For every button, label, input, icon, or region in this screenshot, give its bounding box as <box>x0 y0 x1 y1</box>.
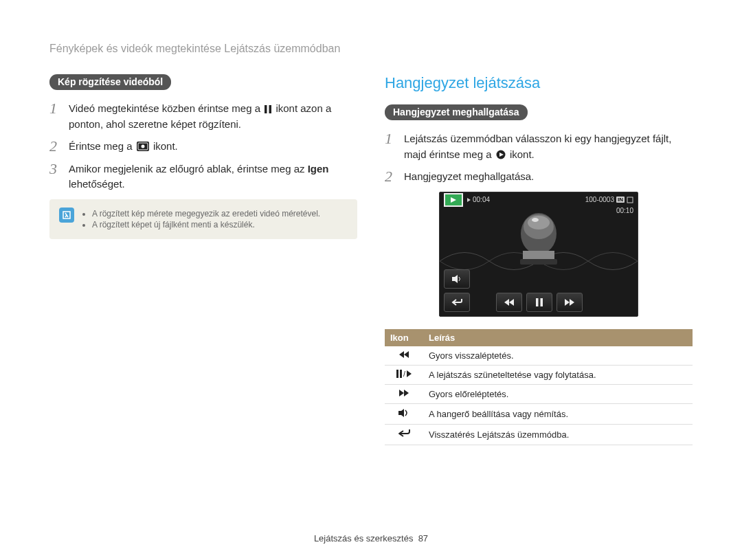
left-column: Kép rögzítése videóból 1 Videó megtekint… <box>49 74 357 445</box>
pause-play-icon: / <box>385 365 423 384</box>
storage-badge: IN <box>616 197 625 203</box>
left-pill: Kép rögzítése videóból <box>49 74 171 90</box>
step-text: Érintse meg a <box>69 140 135 152</box>
svg-marker-24 <box>404 351 409 358</box>
svg-marker-28 <box>407 370 412 377</box>
step-number: 1 <box>49 101 62 116</box>
svg-rect-20 <box>541 298 543 306</box>
step: 1 Videó megtekintése közben érintse meg … <box>49 101 357 132</box>
step-text: Videó megtekintése közben érintse meg a <box>69 102 263 114</box>
svg-rect-26 <box>400 370 402 378</box>
note-box: A rögzített kép mérete megegyezik az ere… <box>49 199 357 239</box>
svg-marker-29 <box>399 390 404 396</box>
step-number: 1 <box>385 131 397 146</box>
note-item: A rögzített kép mérete megegyezik az ere… <box>92 209 320 219</box>
indicator-icon <box>467 198 471 202</box>
memo-icon <box>627 197 633 203</box>
svg-marker-8 <box>451 197 456 203</box>
svg-point-4 <box>141 145 144 148</box>
page-footer: Lejátszás és szerkesztés 87 <box>0 533 742 544</box>
icon-description-table: Ikon Leírás Gyors visszaléptetés. / A le… <box>385 329 693 445</box>
svg-rect-12 <box>523 251 554 259</box>
svg-rect-9 <box>627 197 633 203</box>
step: 2 Érintse meg a ikont. <box>49 139 357 155</box>
footer-page: 87 <box>418 533 428 544</box>
volume-button[interactable] <box>444 269 470 289</box>
step-text: ikont. <box>153 140 178 152</box>
rewind-button[interactable] <box>496 293 522 312</box>
svg-marker-18 <box>509 299 514 306</box>
total-time: 00:10 <box>616 207 633 214</box>
section-title: Hangjegyzet lejátszása <box>385 74 693 92</box>
right-column: Hangjegyzet lejátszása Hangjegyzet megha… <box>385 74 693 445</box>
step: 3 Amikor megjelenik az előugró ablak, ér… <box>49 161 357 192</box>
svg-rect-0 <box>265 105 267 113</box>
table-row: Gyors előreléptetés. <box>385 384 693 403</box>
table-cell: A hangerő beállítása vagy némítás. <box>423 403 693 424</box>
svg-marker-22 <box>570 299 574 306</box>
table-header-desc: Leírás <box>423 329 693 346</box>
right-steps: 1 Lejátszás üzemmódban válasszon ki egy … <box>385 131 693 185</box>
back-icon <box>385 424 423 445</box>
table-row: Gyors visszaléptetés. <box>385 346 693 366</box>
capture-icon <box>137 142 149 151</box>
step: 2 Hangjegyzet meghallgatása. <box>385 169 693 185</box>
right-pill: Hangjegyzet meghallgatása <box>385 104 528 120</box>
back-button[interactable] <box>444 293 470 312</box>
step-number: 2 <box>385 169 397 184</box>
left-steps: 1 Videó megtekintése közben érintse meg … <box>49 101 357 192</box>
table-row: / A lejátszás szüneteltetése vagy folyta… <box>385 365 693 384</box>
svg-marker-17 <box>504 299 509 306</box>
svg-marker-31 <box>398 409 404 417</box>
file-code: 100-0003 <box>585 196 614 203</box>
step-number: 3 <box>49 161 62 177</box>
rewind-icon <box>385 346 423 366</box>
svg-marker-21 <box>565 299 570 306</box>
step-bold: Igen <box>308 163 329 175</box>
step-text: lehetőséget. <box>69 178 125 190</box>
table-cell: Gyors visszaléptetés. <box>423 346 693 366</box>
svg-rect-1 <box>269 105 272 113</box>
voice-memo-player: 00:04 100-0003 IN 00:10 <box>439 192 638 317</box>
step: 1 Lejátszás üzemmódban válasszon ki egy … <box>385 131 693 162</box>
breadcrumb: Fényképek és videók megtekintése Lejátsz… <box>49 43 693 55</box>
svg-marker-23 <box>399 351 404 358</box>
step-text: Hangjegyzet meghallgatása. <box>404 169 693 185</box>
svg-point-14 <box>528 216 550 229</box>
svg-marker-30 <box>404 390 409 396</box>
svg-rect-19 <box>536 298 539 306</box>
step-text: Amikor megjelenik az előugró ablak, érin… <box>69 163 308 175</box>
step-text: Lejátszás üzemmódban válasszon ki egy ha… <box>404 133 671 160</box>
table-header-icon: Ikon <box>385 329 423 346</box>
microphone-icon <box>515 213 563 284</box>
pause-button[interactable] <box>526 293 552 312</box>
table-cell: Gyors előreléptetés. <box>423 384 693 403</box>
play-icon <box>496 150 506 159</box>
step-text: ikont. <box>510 148 535 160</box>
footer-label: Lejátszás és szerkesztés <box>314 533 414 544</box>
svg-text:/: / <box>403 370 406 378</box>
step-number: 2 <box>49 139 62 154</box>
table-row: A hangerő beállítása vagy némítás. <box>385 403 693 424</box>
table-cell: A lejátszás szüneteltetése vagy folytatá… <box>423 365 693 384</box>
svg-rect-25 <box>396 370 398 378</box>
svg-rect-13 <box>520 259 557 265</box>
forward-icon <box>385 384 423 403</box>
svg-point-15 <box>532 218 539 222</box>
volume-icon <box>385 403 423 424</box>
note-item: A rögzített képet új fájlként menti a ké… <box>92 220 320 229</box>
table-cell: Visszatérés Lejátszás üzemmódba. <box>423 424 693 445</box>
elapsed-time: 00:04 <box>473 196 490 203</box>
svg-marker-16 <box>452 275 458 283</box>
note-icon <box>59 208 74 223</box>
pause-icon <box>265 105 271 113</box>
forward-button[interactable] <box>556 293 583 312</box>
table-row: Visszatérés Lejátszás üzemmódba. <box>385 424 693 445</box>
